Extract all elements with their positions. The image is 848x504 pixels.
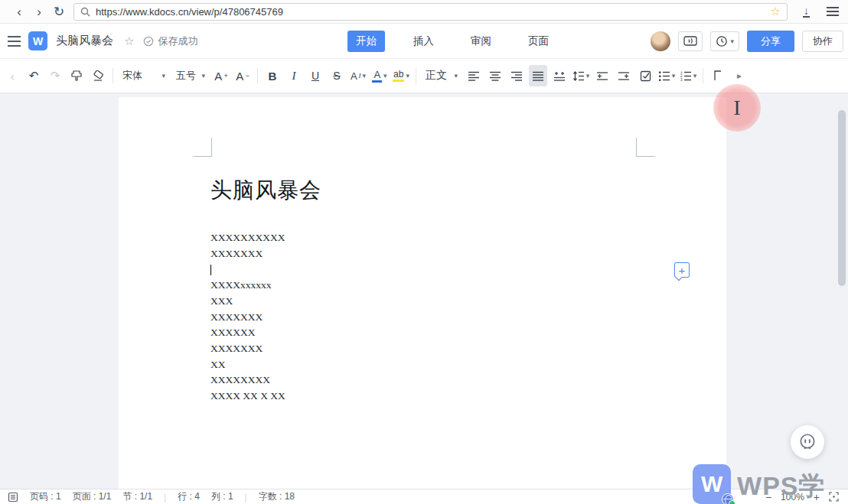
checkbox-icon <box>640 70 651 82</box>
char-spacing-button[interactable] <box>550 65 569 86</box>
doc-line[interactable]: XXXXXXX <box>210 310 285 326</box>
doc-line[interactable]: XXXXXXXXXX <box>210 230 285 246</box>
address-bar[interactable]: https://www.kdocs.cn/view/p/47806745769 … <box>73 3 788 21</box>
clear-format-button[interactable] <box>89 65 107 86</box>
paragraph-style-select[interactable]: 正文 ▾ <box>422 65 462 86</box>
history-button[interactable]: ▾ <box>710 31 739 51</box>
doc-line[interactable]: XXXXXXX <box>210 246 285 262</box>
doc-line[interactable]: XXX <box>210 294 285 310</box>
tab-page[interactable]: 页面 <box>520 31 557 52</box>
bookmark-star-icon[interactable]: ☆ <box>771 5 781 18</box>
doc-line[interactable]: XXXXXX <box>210 325 285 341</box>
page-settings-icon[interactable] <box>8 492 18 502</box>
font-family-select[interactable]: 宋体 ▾ <box>119 65 169 86</box>
collaborate-button[interactable]: 协作 <box>802 31 843 52</box>
format-painter-button[interactable] <box>67 65 86 86</box>
favorite-star-icon[interactable]: ☆ <box>124 34 134 48</box>
decrease-indent-icon <box>596 71 608 81</box>
tab-review[interactable]: 审阅 <box>462 31 500 52</box>
save-status: 保存成功 <box>143 34 197 48</box>
doc-line[interactable]: XXXXXXX <box>210 341 285 357</box>
justify-icon <box>532 71 544 81</box>
font-color-button[interactable]: A▾ <box>370 65 389 86</box>
document-heading[interactable]: 头脑风暴会 <box>210 176 321 205</box>
highlight-icon: ab <box>393 70 404 82</box>
forward-icon[interactable]: › <box>29 5 49 18</box>
increase-indent-button[interactable] <box>615 65 633 86</box>
caret-down-icon: ▾ <box>454 72 458 80</box>
status-section: 节 : 1/1 <box>122 490 152 503</box>
undo-button[interactable]: ↶ <box>24 65 43 86</box>
increase-font-button[interactable]: A+ <box>212 65 230 86</box>
doc-line[interactable]: XXXXxxxxxx <box>210 278 285 294</box>
task-list-button[interactable] <box>636 65 654 86</box>
divider: | <box>164 492 166 502</box>
ibeam-cursor-icon: I <box>734 96 741 120</box>
line-text: XX <box>210 359 226 370</box>
document-page[interactable]: 头脑风暴会 XXXXXXXXXX XXXXXXX XXXXxxxxxx XXX … <box>119 97 726 489</box>
vertical-scrollbar-thumb[interactable] <box>838 110 846 286</box>
back-icon[interactable]: ‹ <box>9 5 29 18</box>
caret-down-icon: ▾ <box>383 72 387 80</box>
status-word-count: 字数 : 18 <box>259 490 295 503</box>
status-page-count: 页面 : 1/1 <box>73 490 112 503</box>
align-left-button[interactable] <box>465 65 483 86</box>
user-avatar[interactable] <box>651 31 670 51</box>
numbered-list-button[interactable]: 123 ▾ <box>679 65 697 86</box>
caret-down-icon: ▾ <box>586 72 590 80</box>
align-right-icon <box>510 71 523 81</box>
line-text: XXXXXXXX <box>210 374 270 385</box>
line-spacing-button[interactable]: ▾ <box>572 65 590 86</box>
mouse-cursor-highlight: I <box>713 84 761 132</box>
grow-label: A <box>214 70 222 83</box>
document-title[interactable]: 头脑风暴会 <box>56 34 113 48</box>
eraser-icon <box>92 70 105 82</box>
add-comment-button[interactable]: + <box>674 262 690 278</box>
doc-line[interactable]: XX <box>210 357 285 373</box>
doc-line-with-cursor[interactable] <box>210 262 285 278</box>
divider: | <box>245 492 247 502</box>
font-size-select[interactable]: 五号 ▾ <box>172 65 209 86</box>
wps-writer-logo[interactable]: W <box>28 31 47 50</box>
line-text: XXXXXXXXXX <box>210 232 285 243</box>
highlight-color-button[interactable]: ab▾ <box>392 65 410 86</box>
shrink-label: A <box>236 70 243 83</box>
bullet-list-button[interactable]: ▾ <box>657 65 676 86</box>
plus-icon: + <box>679 264 686 277</box>
decrease-indent-button[interactable] <box>593 65 612 86</box>
underline-button[interactable]: U <box>306 65 325 86</box>
bold-button[interactable]: B <box>263 65 282 86</box>
italic-button[interactable]: I <box>285 65 303 86</box>
caret-down-icon: ▾ <box>672 72 676 80</box>
toolbar-scroll-right-icon[interactable]: ▸ <box>730 65 749 86</box>
align-center-button[interactable] <box>486 65 504 86</box>
justify-button[interactable] <box>529 65 547 86</box>
share-button[interactable]: 分享 <box>747 31 794 52</box>
bullet-list-icon <box>658 71 670 81</box>
align-right-button[interactable] <box>507 65 526 86</box>
line-spacing-icon <box>572 71 585 81</box>
assistant-button[interactable] <box>791 425 824 459</box>
app-menu-icon[interactable] <box>8 41 21 42</box>
caret-down-icon: ▾ <box>406 72 409 80</box>
strikethrough-button[interactable]: S <box>328 65 346 86</box>
doc-line[interactable]: XXXX XX X XX <box>210 389 285 405</box>
reload-icon[interactable]: ↻ <box>49 5 69 18</box>
tab-home[interactable]: 开始 <box>347 31 385 52</box>
url-text[interactable]: https://www.kdocs.cn/view/p/47806745769 <box>96 6 765 18</box>
redo-button: ↷ <box>46 65 64 86</box>
align-left-icon <box>468 71 480 81</box>
insert-tool-button[interactable] <box>709 65 727 86</box>
decrease-font-button[interactable]: A− <box>233 65 252 86</box>
caret-down-icon: ▾ <box>693 72 697 80</box>
line-text: XXXXXXX <box>210 248 263 259</box>
font-family-value: 宋体 <box>122 69 142 83</box>
format-painter-icon <box>70 70 83 82</box>
doc-line[interactable]: XXXXXXXX <box>210 372 285 389</box>
present-button[interactable] <box>678 31 703 51</box>
document-body[interactable]: XXXXXXXXXX XXXXXXX XXXXxxxxxx XXX XXXXXX… <box>210 230 285 405</box>
text-effects-button[interactable]: AI▾ <box>349 65 367 86</box>
tab-insert[interactable]: 插入 <box>405 31 442 52</box>
browser-menu-icon[interactable] <box>827 11 839 12</box>
download-icon[interactable]: ↓ <box>803 5 810 18</box>
